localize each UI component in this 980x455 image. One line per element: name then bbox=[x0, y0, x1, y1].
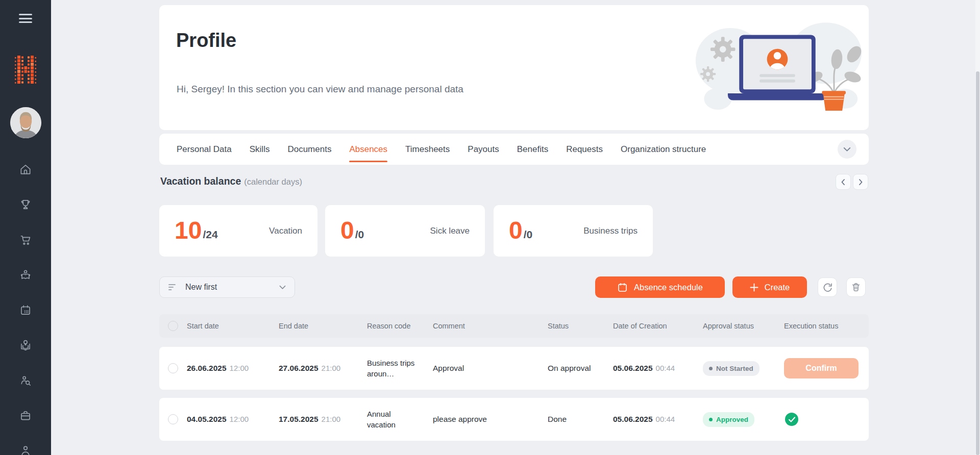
sidebar-nav bbox=[0, 163, 51, 455]
table-row: 26.06.202512:00 27.06.202521:00 Business… bbox=[159, 347, 869, 390]
vacation-balance-units: (calendar days) bbox=[244, 177, 302, 186]
trophy-icon[interactable] bbox=[19, 198, 32, 211]
sort-icon bbox=[168, 284, 178, 291]
col-status: Status bbox=[548, 322, 613, 330]
balance-label: Business trips bbox=[583, 226, 638, 236]
start-date: 04.05.2025 bbox=[187, 415, 227, 423]
balance-card-business-trips: 0/0 Business trips bbox=[494, 205, 653, 257]
absences-table-header: Start date End date Reason code Comment … bbox=[159, 314, 869, 338]
laptop-illustration bbox=[693, 18, 862, 120]
balance-value: 0 bbox=[509, 219, 523, 242]
tab-personal-data[interactable]: Personal Data bbox=[177, 134, 232, 165]
balance-prev-button[interactable] bbox=[836, 174, 851, 190]
sort-dropdown[interactable]: New first bbox=[159, 276, 295, 298]
balance-total: /24 bbox=[203, 229, 217, 242]
tab-timesheets[interactable]: Timesheets bbox=[405, 134, 450, 165]
start-time: 12:00 bbox=[230, 364, 249, 372]
table-row: 04.05.202512:00 17.05.202521:00 Annual v… bbox=[159, 398, 869, 441]
status-dot-icon bbox=[709, 418, 713, 421]
people-search-icon[interactable] bbox=[19, 374, 32, 387]
refresh-button[interactable] bbox=[818, 277, 837, 297]
create-button[interactable]: Create bbox=[732, 276, 807, 298]
tab-documents[interactable]: Documents bbox=[287, 134, 331, 165]
end-time: 21:00 bbox=[322, 415, 341, 423]
reason-code: Annual vacation bbox=[367, 409, 421, 430]
menu-icon[interactable] bbox=[19, 14, 32, 23]
home-icon[interactable] bbox=[19, 163, 32, 176]
balance-total: /0 bbox=[524, 229, 533, 242]
balance-total: /0 bbox=[355, 229, 364, 242]
balance-next-button[interactable] bbox=[853, 174, 868, 190]
start-time: 12:00 bbox=[230, 415, 249, 423]
plus-icon bbox=[750, 283, 758, 292]
calendar-icon[interactable] bbox=[19, 304, 32, 317]
absence-schedule-label: Absence schedule bbox=[634, 283, 703, 292]
sort-value: New first bbox=[185, 283, 272, 292]
comment: please approve bbox=[433, 415, 548, 424]
col-approval-status: Approval status bbox=[703, 322, 784, 330]
status: On approval bbox=[548, 364, 613, 373]
balance-card-vacation: 10/24 Vacation bbox=[159, 205, 317, 257]
col-start-date: Start date bbox=[187, 322, 279, 330]
balance-card-sick-leave: 0/0 Sick leave bbox=[325, 205, 485, 257]
balance-label: Sick leave bbox=[430, 226, 470, 236]
chevron-down-icon bbox=[279, 285, 286, 290]
tab-benefits[interactable]: Benefits bbox=[517, 134, 548, 165]
col-execution-status: Execution status bbox=[784, 322, 869, 330]
brand-logo[interactable] bbox=[14, 54, 37, 90]
tab-payouts[interactable]: Payouts bbox=[468, 134, 499, 165]
row-checkbox[interactable] bbox=[168, 414, 178, 424]
tab-absences[interactable]: Absences bbox=[349, 134, 387, 165]
col-comment: Comment bbox=[433, 322, 548, 330]
sidebar bbox=[0, 0, 51, 455]
created-date: 05.06.2025 bbox=[613, 364, 653, 372]
scrollbar-thumb[interactable] bbox=[976, 71, 979, 455]
tab-skills[interactable]: Skills bbox=[250, 134, 270, 165]
user-avatar[interactable] bbox=[10, 107, 41, 138]
col-reason-code: Reason code bbox=[367, 322, 433, 330]
balance-label: Vacation bbox=[269, 226, 302, 236]
balance-value: 10 bbox=[175, 219, 202, 242]
profile-header-card: Profile Hi, Sergey! In this section you … bbox=[159, 5, 869, 130]
profile-icon[interactable] bbox=[19, 444, 32, 455]
created-time: 00:44 bbox=[656, 415, 675, 423]
end-time: 21:00 bbox=[322, 364, 341, 372]
absence-schedule-button[interactable]: Absence schedule bbox=[595, 276, 725, 298]
tab-requests[interactable]: Requests bbox=[566, 134, 603, 165]
knowledge-icon[interactable] bbox=[19, 339, 32, 352]
calendar-icon bbox=[617, 282, 628, 293]
vacation-balance-label: Vacation balance bbox=[160, 175, 241, 187]
vacation-balance-title: Vacation balance(calendar days) bbox=[160, 175, 302, 187]
create-label: Create bbox=[765, 283, 790, 292]
tabs-overflow-button[interactable] bbox=[838, 140, 856, 159]
balance-value: 0 bbox=[340, 219, 354, 242]
delete-button[interactable] bbox=[846, 277, 866, 297]
logo-h-icon bbox=[14, 54, 37, 88]
select-all-checkbox[interactable] bbox=[168, 321, 178, 331]
trash-icon bbox=[850, 282, 862, 293]
app-window: Profile Hi, Sergey! In this section you … bbox=[0, 0, 980, 455]
training-icon[interactable] bbox=[19, 268, 32, 282]
created-date: 05.06.2025 bbox=[613, 415, 653, 423]
col-end-date: End date bbox=[279, 322, 367, 330]
cart-icon[interactable] bbox=[19, 233, 32, 246]
laptop-icon bbox=[728, 35, 827, 100]
confirm-button[interactable]: Confirm bbox=[784, 358, 859, 378]
reason-code: Business trips aroun… bbox=[367, 358, 421, 379]
status: Done bbox=[548, 415, 613, 424]
row-checkbox[interactable] bbox=[168, 363, 178, 373]
tab-organization-structure[interactable]: Organization structure bbox=[621, 134, 706, 165]
briefcase-icon[interactable] bbox=[19, 409, 32, 422]
chevron-down-icon bbox=[843, 147, 851, 152]
col-date-of-creation: Date of Creation bbox=[613, 322, 703, 330]
chevron-left-icon bbox=[840, 179, 846, 186]
chevron-right-icon bbox=[857, 179, 864, 186]
executed-check-icon bbox=[785, 413, 798, 426]
end-date: 27.06.2025 bbox=[279, 364, 318, 372]
start-date: 26.06.2025 bbox=[187, 364, 227, 372]
page-subtitle: Hi, Sergey! In this section you can view… bbox=[177, 84, 463, 95]
status-dot-icon bbox=[709, 367, 713, 370]
page-title: Profile bbox=[176, 30, 236, 52]
approval-status-badge: Not Started bbox=[703, 361, 760, 376]
created-time: 00:44 bbox=[656, 364, 675, 372]
